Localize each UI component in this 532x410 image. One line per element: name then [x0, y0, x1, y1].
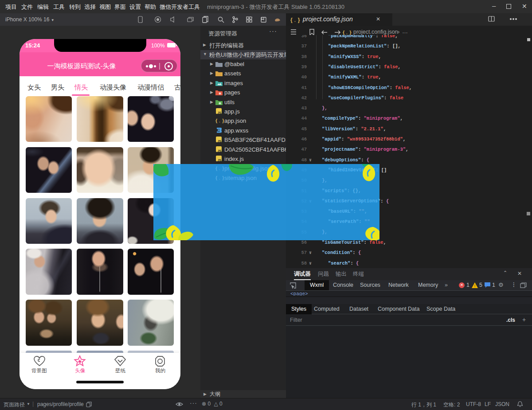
- svg-text:!: !: [474, 284, 476, 288]
